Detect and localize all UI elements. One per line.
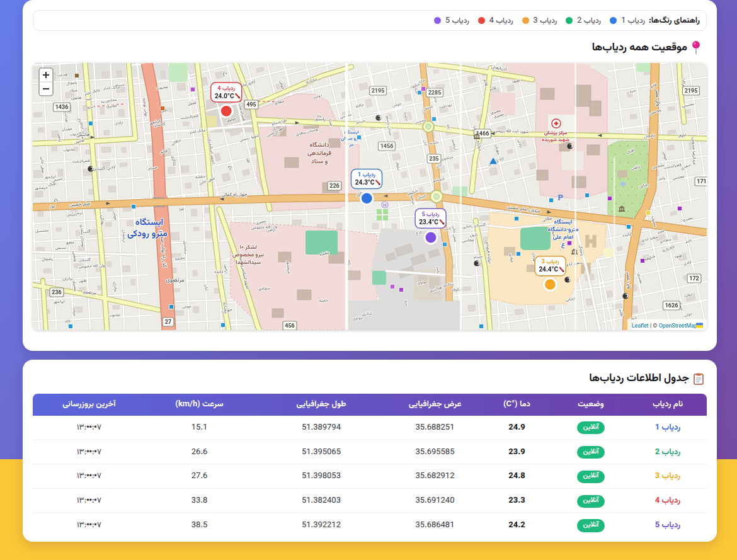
svg-text:Leaflet | © OpenStreetMap: Leaflet | © OpenStreetMap xyxy=(632,322,697,331)
svg-text:24.0°C: 24.0°C xyxy=(215,92,234,101)
svg-text:نصیری: نصیری xyxy=(72,281,79,292)
svg-text:مرتضوی: مرتضوی xyxy=(166,276,185,285)
svg-text:رودکی: رودکی xyxy=(98,215,106,226)
svg-text:شهید شوریده: شهید شوریده xyxy=(542,136,569,144)
svg-text:ولی عصر: ولی عصر xyxy=(624,271,633,290)
svg-text:پامچال: پامچال xyxy=(66,79,77,86)
svg-text:لاله: لاله xyxy=(65,317,71,324)
svg-text:مختاری: مختاری xyxy=(222,302,229,314)
svg-text:236: 236 xyxy=(52,289,62,297)
svg-text:خوش: خوش xyxy=(112,211,119,220)
svg-text:عبادی: عبادی xyxy=(508,253,516,263)
svg-text:استخر: استخر xyxy=(66,211,77,218)
svg-text:برادران: برادران xyxy=(62,275,73,282)
svg-text:باغ: باغ xyxy=(54,196,59,203)
svg-text:ع: ع xyxy=(561,240,565,249)
svg-text:مجلسی: مجلسی xyxy=(105,96,117,103)
svg-text:ایرانمهر: ایرانمهر xyxy=(52,298,65,305)
svg-text:گلستان: گلستان xyxy=(474,221,486,229)
svg-text:آبان: آبان xyxy=(203,284,210,290)
svg-text:اراضی: اراضی xyxy=(57,133,64,142)
svg-text:اراضی: اراضی xyxy=(223,264,229,273)
svg-text:رضایی: رضایی xyxy=(462,222,472,230)
svg-text:خرمشهر: خرمشهر xyxy=(34,185,48,191)
svg-text:172: 172 xyxy=(689,275,699,283)
svg-text:P: P xyxy=(558,192,563,205)
svg-text:خامنه: خامنه xyxy=(319,297,328,304)
svg-text:495: 495 xyxy=(246,101,256,110)
svg-text:نسیمی: نسیمی xyxy=(55,244,66,251)
svg-text:سرو: سرو xyxy=(629,87,637,94)
svg-text:456: 456 xyxy=(285,322,295,330)
svg-text:حسام: حسام xyxy=(473,253,483,260)
svg-text:1626: 1626 xyxy=(665,302,678,311)
svg-text:سلسبیل: سلسبیل xyxy=(35,227,49,234)
svg-text:23.4°C: 23.4°C xyxy=(419,218,438,227)
svg-text:برادران: برادران xyxy=(112,282,119,292)
svg-text:هاشمی: هاشمی xyxy=(76,132,90,139)
svg-text:گلستان: گلستان xyxy=(93,165,105,172)
svg-text:میلاد: میلاد xyxy=(69,87,78,94)
svg-text:صفی خانی: صفی خانی xyxy=(39,156,46,173)
svg-text:هدایت: هدایت xyxy=(63,111,70,123)
svg-text:2195: 2195 xyxy=(685,87,698,96)
svg-text:یاسر: یاسر xyxy=(657,174,666,182)
svg-text:عبدالرضا عبدوس: عبدالرضا عبدوس xyxy=(690,137,698,166)
svg-text:سرو: سرو xyxy=(87,103,94,110)
svg-text:مترو رودکی: مترو رودکی xyxy=(127,227,168,241)
svg-text:بوستان سعدی: بوستان سعدی xyxy=(79,224,86,248)
svg-text:24.4°C: 24.4°C xyxy=(539,265,558,275)
svg-text:افرا: افرا xyxy=(179,206,184,212)
svg-text:خرمشهر: خرمشهر xyxy=(285,260,292,274)
svg-text:226: 226 xyxy=(329,182,340,191)
svg-text:فاطمی: فاطمی xyxy=(71,251,78,261)
svg-text:24.3°C: 24.3°C xyxy=(355,178,375,188)
svg-text:قائم: قائم xyxy=(160,148,168,155)
svg-text:بهار: بهار xyxy=(49,203,56,210)
svg-text:کمیل: کمیل xyxy=(188,100,197,107)
svg-text:و ستاد: و ستاد xyxy=(311,157,328,166)
svg-text:هدایت: هدایت xyxy=(57,71,68,78)
svg-text:گلستان: گلستان xyxy=(79,256,91,263)
svg-text:1436: 1436 xyxy=(55,103,69,112)
svg-text:هامون: هامون xyxy=(71,94,83,101)
svg-text:27: 27 xyxy=(165,318,171,327)
svg-text:پاستور: پاستور xyxy=(314,116,326,123)
svg-text:امام خمینی: امام خمینی xyxy=(69,200,91,209)
svg-text:پامچال: پامچال xyxy=(42,256,53,263)
svg-text:171: 171 xyxy=(697,178,707,186)
svg-text:اراضی: اراضی xyxy=(266,227,276,234)
svg-text:چهار راه کمالی: چهار راه کمالی xyxy=(221,191,247,199)
svg-text:میلاد: میلاد xyxy=(71,308,78,317)
svg-text:سیدالشهدا: سیدالشهدا xyxy=(236,258,261,267)
svg-text:محبوب: محبوب xyxy=(108,311,121,318)
svg-text:حسام: حسام xyxy=(115,81,125,88)
svg-text:حافظ: حافظ xyxy=(66,239,75,246)
svg-text:ارادتی: ارادتی xyxy=(114,119,123,126)
svg-text:خوش: خوش xyxy=(182,303,191,310)
svg-text:شهید آیت الله رییسی: شهید آیت الله رییسی xyxy=(494,127,529,135)
svg-text:معیری: معیری xyxy=(106,102,118,109)
svg-text:ارکیده: ارکیده xyxy=(214,268,224,275)
svg-text:مجلسی: مجلسی xyxy=(462,236,475,244)
svg-text:قصرالدشت: قصرالدشت xyxy=(72,157,90,164)
svg-text:سلسبیل: سلسبیل xyxy=(183,241,190,254)
svg-text:محبوب: محبوب xyxy=(63,146,76,153)
svg-text:سجادی: سجادی xyxy=(258,285,270,292)
